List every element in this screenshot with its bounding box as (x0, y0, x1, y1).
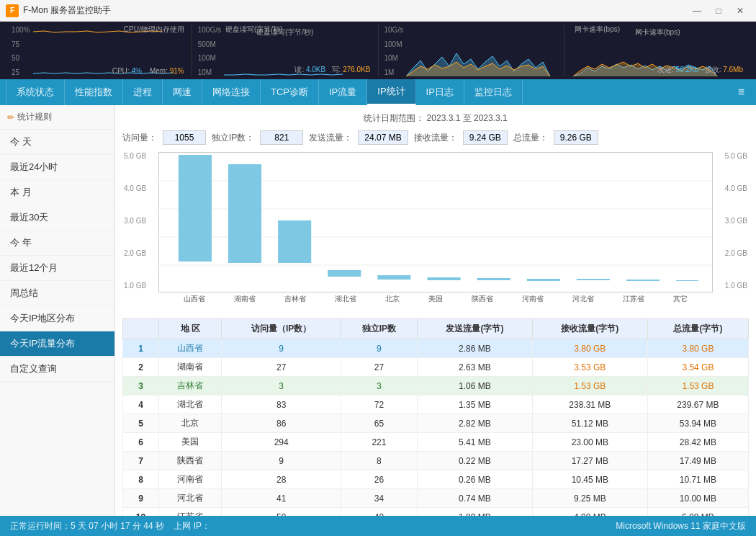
cell-total: 28.42 MB (647, 433, 748, 452)
cell-visits: 28 (222, 470, 341, 489)
recv-label: 接收: (705, 66, 724, 73)
cell-send: 2.86 MB (417, 339, 532, 358)
minimize-button[interactable]: — (687, 4, 707, 18)
tab-ip-log[interactable]: IP日志 (416, 79, 464, 105)
table-row: 5 北京 86 65 2.82 MB 51.12 MB 53.94 MB (123, 414, 749, 433)
cell-unique: 49 (341, 508, 417, 517)
disk-chart-label: 硬盘读写(字节/秒) (256, 27, 313, 37)
sidebar-item-this-year[interactable]: 今 年 (0, 231, 114, 256)
cell-recv: 17.27 MB (532, 452, 647, 470)
sidebar-item-this-month[interactable]: 本 月 (0, 180, 114, 205)
table-row: 2 湖南省 27 27 2.63 MB 3.53 GB 3.54 GB (123, 358, 749, 377)
cell-recv: 238.31 MB (532, 396, 647, 414)
y-right-4gb: 4.0 GB (725, 184, 747, 192)
titlebar: F F-Mon 服务器监控助手 — □ ✕ (0, 0, 756, 22)
cell-send: 0.74 MB (417, 489, 532, 508)
tab-ip-stats[interactable]: IP统计 (367, 79, 415, 105)
y-right-3gb: 3.0 GB (725, 217, 747, 225)
content-area: 统计日期范围： 2023.3.1 至 2023.3.1 访问量： 1055 独立… (115, 105, 756, 516)
table-row: 3 吉林省 3 3 1.06 MB 1.53 GB 1.53 GB (123, 377, 749, 396)
app-title: F-Mon 服务器监控助手 (23, 4, 687, 17)
disk-y2: 100M (198, 54, 221, 62)
table-row: 10 江苏省 59 49 1.89 MB 4.98 MB 6.88 MB (123, 508, 749, 517)
tab-monitor-log[interactable]: 监控日志 (464, 79, 523, 105)
tab-net-conn[interactable]: 网络连接 (202, 79, 261, 105)
svg-rect-5 (179, 155, 212, 262)
cell-rank: 7 (123, 452, 159, 470)
net-speed-label: 网卡速率(bps) (575, 24, 620, 35)
y-left-4gb: 4.0 GB (124, 184, 146, 192)
read-val: 4.0KB (306, 66, 325, 73)
cell-region: 美国 (159, 433, 222, 452)
chart-container: 5.0 GB 4.0 GB 3.0 GB 2.0 GB 1.0 GB 5.0 G… (158, 152, 713, 304)
sidebar-item-today-ip-traffic[interactable]: 今天IP流量分布 (0, 331, 114, 357)
cpu-val: 4% (131, 67, 141, 75)
cell-send: 2.63 MB (417, 358, 532, 377)
sidebar-item-30days[interactable]: 最近30天 (0, 205, 114, 231)
cell-region: 北京 (159, 414, 222, 433)
cell-rank: 8 (123, 470, 159, 489)
cell-unique: 65 (341, 414, 417, 433)
pencil-icon: ✏ (7, 112, 14, 122)
cell-visits: 9 (222, 339, 341, 358)
svg-rect-12 (527, 279, 560, 281)
x-label-usa: 美国 (428, 294, 443, 304)
tab-process[interactable]: 进程 (123, 79, 163, 105)
cell-total: 239.67 MB (647, 396, 748, 414)
x-label-others: 其它 (673, 294, 688, 304)
cell-rank: 10 (123, 508, 159, 517)
date-start: 2023.3.1 (427, 113, 461, 123)
sidebar-item-custom-query[interactable]: 自定义查询 (0, 357, 114, 382)
net-y1: 1M (384, 68, 404, 76)
uptime-label: 正常运行时间： (10, 520, 71, 532)
cell-unique: 3 (341, 377, 417, 396)
tab-tcp-diag[interactable]: TCP诊断 (261, 79, 319, 105)
x-label-jilin: 吉林省 (284, 294, 306, 304)
tab-net-speed[interactable]: 网速 (163, 79, 202, 105)
net-y3: 100M (384, 40, 404, 48)
cpu-mem-y4: 100% (12, 26, 30, 34)
sidebar-item-today[interactable]: 今 天 (0, 130, 114, 155)
sidebar-item-24h[interactable]: 最近24小时 (0, 155, 114, 180)
close-button[interactable]: ✕ (730, 4, 750, 18)
send-value: 24.07 MB (358, 130, 408, 145)
table-row: 7 陕西省 9 8 0.22 MB 17.27 MB 17.49 MB (123, 452, 749, 470)
cell-unique: 9 (341, 339, 417, 358)
maximize-button[interactable]: □ (708, 4, 729, 18)
cell-visits: 27 (222, 358, 341, 377)
svg-rect-11 (477, 278, 510, 280)
tab-perf-index[interactable]: 性能指数 (65, 79, 123, 105)
cell-total: 17.49 MB (647, 452, 748, 470)
col-send: 发送流量(字节) (417, 319, 532, 339)
tab-system-status[interactable]: 系统状态 (6, 79, 65, 105)
cell-recv: 10.45 MB (532, 470, 647, 489)
monitor-bar: 100% 75 50 25 CPU: 4% Mem: 91% CPU/物理内存使… (0, 22, 756, 79)
net-speed-section: 网卡速率(bps) 发送: 56.2Kb 接收: 7.6Mb 网卡速率(bps) (564, 24, 750, 76)
cell-visits: 294 (222, 433, 341, 452)
cpu-mem-y3: 75 (12, 40, 30, 48)
tab-ip-traffic[interactable]: IP流量 (319, 79, 367, 105)
cell-send: 1.89 MB (417, 508, 532, 517)
cpu-mem-chart-label: CPU/物理内存使用 (124, 24, 184, 35)
sidebar-item-weekly[interactable]: 周总结 (0, 281, 114, 306)
unique-ip-label: 独立IP数： (212, 132, 254, 144)
x-label-hunan: 湖南省 (234, 294, 256, 304)
cell-region: 湖南省 (159, 358, 222, 377)
sidebar-item-12months[interactable]: 最近12个月 (0, 256, 114, 281)
nav-menu-button[interactable]: ≡ (732, 83, 750, 102)
col-unique-ip: 独立IP数 (341, 319, 417, 339)
col-region: 地 区 (159, 319, 222, 339)
nav-bar: 系统状态 性能指数 进程 网速 网络连接 TCP诊断 IP流量 IP统计 IP日… (0, 79, 756, 105)
sidebar-item-today-ip-region[interactable]: 今天IP地区分布 (0, 306, 114, 331)
cell-total: 1.53 GB (647, 377, 748, 396)
y-right-2gb: 2.0 GB (725, 249, 747, 257)
cell-total: 6.88 MB (647, 508, 748, 517)
svg-rect-8 (328, 270, 361, 277)
disk-y3: 500M (198, 40, 221, 48)
cell-rank: 1 (123, 339, 159, 358)
cell-send: 0.26 MB (417, 470, 532, 489)
y-right-1gb: 1.0 GB (725, 282, 747, 290)
total-value: 9.26 GB (554, 130, 598, 145)
cell-unique: 72 (341, 396, 417, 414)
cell-region: 河南省 (159, 470, 222, 489)
